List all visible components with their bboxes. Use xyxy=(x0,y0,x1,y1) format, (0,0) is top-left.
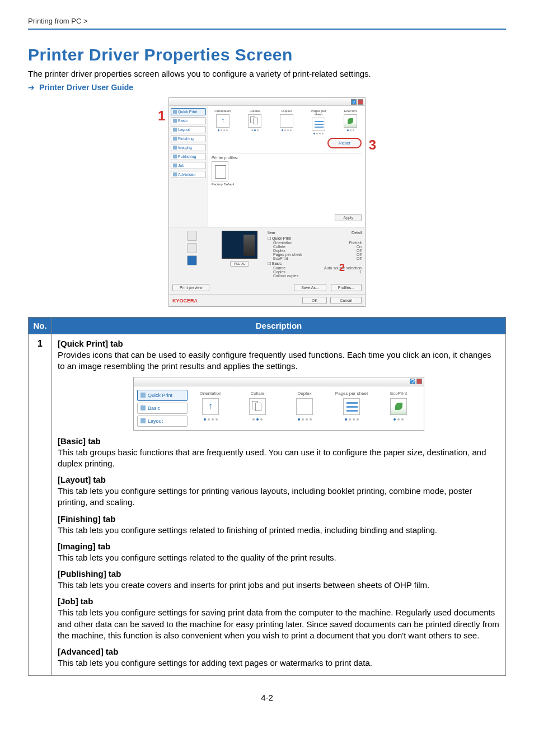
divider xyxy=(28,29,506,30)
apply-button[interactable]: Apply xyxy=(335,214,362,221)
help-icon[interactable]: ? xyxy=(351,99,357,105)
tab-label: Layout xyxy=(148,418,163,424)
basic-title: [Basic] tab xyxy=(58,436,500,446)
layout-icon xyxy=(173,128,177,132)
pages-per-sheet-icon[interactable] xyxy=(343,398,360,415)
tab-label: Quick Print xyxy=(178,110,197,114)
save-as-button[interactable]: Save As... xyxy=(294,284,326,291)
summary-val: Off xyxy=(357,249,362,253)
icon-label: Pages per sheet xyxy=(307,109,330,116)
reset-button[interactable]: Reset xyxy=(327,138,362,148)
tab-job[interactable]: Job xyxy=(171,162,206,169)
tab-label: Imaging xyxy=(178,146,192,150)
basic-desc: This tab groups basic functions that are… xyxy=(58,447,500,470)
summary-key: Copies xyxy=(273,270,285,274)
orientation-icon[interactable] xyxy=(216,114,229,128)
tab-advanced[interactable]: Advanced xyxy=(171,171,206,178)
quick-print-desc: Provides icons that can be used to easil… xyxy=(58,349,500,372)
summary-val: Portrait xyxy=(349,241,362,245)
tab-layout[interactable]: Layout xyxy=(137,416,188,427)
ok-button[interactable]: OK xyxy=(302,297,327,304)
icon-label: Orientation xyxy=(212,109,234,113)
tab-label: Basic xyxy=(148,405,160,411)
description-table: No. Description 1 [Quick Print] tab Prov… xyxy=(28,317,506,676)
cancel-button[interactable]: Cancel xyxy=(330,297,362,304)
tab-label: Finishing xyxy=(178,137,194,141)
tab-basic[interactable]: Basic xyxy=(137,403,188,414)
imaging-icon xyxy=(173,146,177,150)
tab-layout[interactable]: Layout xyxy=(171,126,206,133)
publishing-desc: This tab lets you create covers and inse… xyxy=(58,580,500,591)
intro-text: The printer driver properties screen all… xyxy=(28,69,506,78)
orientation-icon[interactable] xyxy=(202,398,219,415)
ecoprint-icon[interactable] xyxy=(390,398,407,415)
ecoprint-icon[interactable] xyxy=(344,114,357,128)
row-desc: [Quick Print] tab Provides icons that ca… xyxy=(52,334,506,676)
tab-label: Quick Print xyxy=(148,393,172,398)
factory-default-profile[interactable] xyxy=(212,161,228,181)
preview-icon-1[interactable] xyxy=(187,231,197,241)
duplex-icon[interactable] xyxy=(296,398,313,415)
tab-basic[interactable]: Basic xyxy=(171,117,206,124)
close-icon[interactable] xyxy=(416,379,422,384)
close-icon[interactable] xyxy=(358,99,363,105)
summary-head-item: Item xyxy=(268,231,275,235)
collate-icon[interactable] xyxy=(249,398,266,415)
summary-val: Off xyxy=(357,253,362,256)
arrow-icon: ➔ xyxy=(28,83,35,92)
summary-key: Orientation xyxy=(273,241,292,245)
summary-val: 1 xyxy=(359,270,362,274)
summary-key: Source xyxy=(273,266,285,270)
help-icon[interactable]: ? xyxy=(410,379,415,384)
preview-icon-3[interactable] xyxy=(187,255,197,265)
pcl-button[interactable]: PCL XL xyxy=(230,261,249,267)
advanced-title: [Advanced] tab xyxy=(58,647,500,656)
summary-val: On xyxy=(357,245,362,249)
profiles-button[interactable]: Profiles... xyxy=(331,284,362,291)
tab-imaging[interactable]: Imaging xyxy=(171,144,206,151)
pages-per-sheet-icon[interactable] xyxy=(312,118,325,131)
icon-label: EcoPrint xyxy=(339,109,362,113)
imaging-title: [Imaging] tab xyxy=(58,542,500,551)
duplex-icon[interactable] xyxy=(280,114,293,128)
page-title: Printer Driver Properties Screen xyxy=(28,45,506,64)
dialog-titlebar: ? xyxy=(169,98,365,106)
quick-print-title: [Quick Print] tab xyxy=(58,339,500,348)
finishing-icon xyxy=(173,137,177,141)
layout-desc: This tab lets you configure settings for… xyxy=(58,486,500,508)
tab-label: Advanced xyxy=(178,172,195,176)
summary-head-detail: Detail xyxy=(352,231,362,235)
summary-key: EcoPrint xyxy=(273,256,288,260)
row-no: 1 xyxy=(29,334,52,676)
icon-label: Collate xyxy=(238,391,277,396)
tab-label: Basic xyxy=(178,119,188,123)
print-preview-button[interactable]: Print preview xyxy=(172,284,209,291)
tab-list: Quick Print Basic Layout Finishing Imagi… xyxy=(169,106,208,227)
properties-dialog: 1 3 ? Quick Print Basic Layout Finishing… xyxy=(168,97,366,307)
page-number: 4-2 xyxy=(28,693,506,702)
callout-2: 2 xyxy=(339,263,345,273)
quick-print-icon xyxy=(140,393,146,398)
basic-icon xyxy=(173,119,177,123)
advanced-icon xyxy=(173,172,177,176)
brand-logo: KYOCERA xyxy=(172,298,198,304)
preview-icon-2[interactable] xyxy=(187,243,197,253)
tab-label: Job xyxy=(178,164,184,167)
basic-icon xyxy=(140,405,146,410)
quick-print-icon xyxy=(173,110,177,114)
summary-key: Pages per sheet xyxy=(273,253,302,256)
breadcrumb: Printing from PC > xyxy=(28,17,506,25)
tab-finishing[interactable]: Finishing xyxy=(171,135,206,142)
icon-label: Pages per sheet xyxy=(332,391,371,396)
tab-quick-print[interactable]: Quick Print xyxy=(171,108,206,115)
tab-publishing[interactable]: Publishing xyxy=(171,153,206,160)
publishing-title: [Publishing] tab xyxy=(58,569,500,578)
col-no: No. xyxy=(29,318,52,334)
layout-icon xyxy=(140,418,146,423)
tab-quick-print[interactable]: Quick Print xyxy=(137,390,188,401)
summary-cat: Quick Print xyxy=(272,236,291,240)
collate-icon[interactable] xyxy=(248,114,261,128)
tab-label: Publishing xyxy=(178,155,196,158)
guide-link-label: Printer Driver User Guide xyxy=(39,83,133,92)
guide-link[interactable]: ➔ Printer Driver User Guide xyxy=(28,83,506,92)
